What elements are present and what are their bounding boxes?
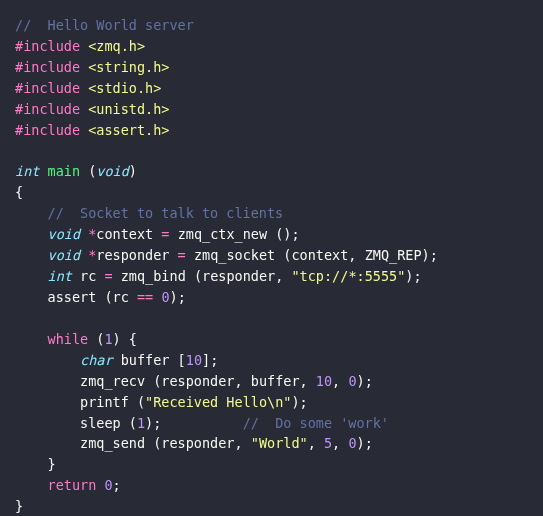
header: <zmq.h> <box>88 38 145 54</box>
ident: sleep <box>80 415 121 431</box>
type: int <box>15 163 39 179</box>
ident: context <box>96 226 153 242</box>
semi: ; <box>430 247 438 263</box>
paren: ( <box>137 394 145 410</box>
ident: zmq_ctx_new <box>178 226 267 242</box>
comment: // Do some 'work' <box>243 415 389 431</box>
comma: , <box>348 247 356 263</box>
ident: buffer <box>251 373 300 389</box>
semi: ; <box>210 352 218 368</box>
semi: ; <box>365 435 373 451</box>
ident: assert <box>48 289 97 305</box>
code-block: // Hello World server #include <zmq.h> #… <box>15 15 528 516</box>
op: == <box>137 289 153 305</box>
ident: responder <box>161 373 234 389</box>
type: int <box>48 268 72 284</box>
num: 10 <box>316 373 332 389</box>
ident: zmq_send <box>80 435 145 451</box>
header: <unistd.h> <box>88 101 169 117</box>
paren: ) <box>357 373 365 389</box>
op: = <box>161 226 169 242</box>
preproc: #include <box>15 122 80 138</box>
type: char <box>80 352 113 368</box>
comma: , <box>300 373 308 389</box>
semi: ; <box>413 268 421 284</box>
paren: ) <box>357 435 365 451</box>
brace: } <box>15 498 23 514</box>
brace: } <box>48 456 56 472</box>
string: "Received Hello\n" <box>145 394 291 410</box>
header: <string.h> <box>88 59 169 75</box>
num: 5 <box>324 435 332 451</box>
num: 1 <box>104 331 112 347</box>
semi: ; <box>291 226 299 242</box>
preproc: #include <box>15 101 80 117</box>
paren: ( <box>194 268 202 284</box>
semi: ; <box>153 415 161 431</box>
paren: ) <box>145 415 153 431</box>
ident: responder <box>161 435 234 451</box>
op: = <box>178 247 186 263</box>
paren: ) <box>422 247 430 263</box>
comma: , <box>332 435 340 451</box>
ident: ZMQ_REP <box>365 247 422 263</box>
ident: context <box>291 247 348 263</box>
bracket: ] <box>202 352 210 368</box>
paren: ) <box>170 289 178 305</box>
type: void <box>48 247 81 263</box>
ident: responder <box>202 268 275 284</box>
comma: , <box>235 435 243 451</box>
semi: ; <box>113 477 121 493</box>
paren: ( <box>104 289 112 305</box>
ident: rc <box>113 289 129 305</box>
header: <stdio.h> <box>88 80 161 96</box>
comma: , <box>235 373 243 389</box>
string: "World" <box>251 435 308 451</box>
num: 10 <box>186 352 202 368</box>
paren: ) <box>129 163 137 179</box>
preproc: #include <box>15 59 80 75</box>
comma: , <box>332 373 340 389</box>
semi: ; <box>300 394 308 410</box>
comma: , <box>308 435 316 451</box>
comma: , <box>275 268 283 284</box>
paren: ( <box>129 415 137 431</box>
comment: // Hello World server <box>15 17 194 33</box>
ident: zmq_socket <box>194 247 275 263</box>
string: "tcp://*:5555" <box>291 268 405 284</box>
keyword: return <box>48 477 97 493</box>
paren: ) <box>113 331 121 347</box>
comment: // Socket to talk to clients <box>48 205 284 221</box>
ident: printf <box>80 394 129 410</box>
ident: buffer <box>121 352 170 368</box>
brace: { <box>129 331 137 347</box>
header: <assert.h> <box>88 122 169 138</box>
ident: rc <box>80 268 96 284</box>
semi: ; <box>178 289 186 305</box>
keyword: while <box>48 331 89 347</box>
semi: ; <box>365 373 373 389</box>
num: 0 <box>348 373 356 389</box>
ident: zmq_bind <box>121 268 186 284</box>
type: void <box>96 163 129 179</box>
preproc: #include <box>15 38 80 54</box>
func-main: main <box>48 163 81 179</box>
ident: zmq_recv <box>80 373 145 389</box>
bracket: [ <box>178 352 186 368</box>
num: 0 <box>104 477 112 493</box>
preproc: #include <box>15 80 80 96</box>
ident: responder <box>96 247 169 263</box>
num: 0 <box>348 435 356 451</box>
num: 0 <box>161 289 169 305</box>
num: 1 <box>137 415 145 431</box>
op: = <box>104 268 112 284</box>
type: void <box>48 226 81 242</box>
brace: { <box>15 184 23 200</box>
paren: ) <box>291 394 299 410</box>
